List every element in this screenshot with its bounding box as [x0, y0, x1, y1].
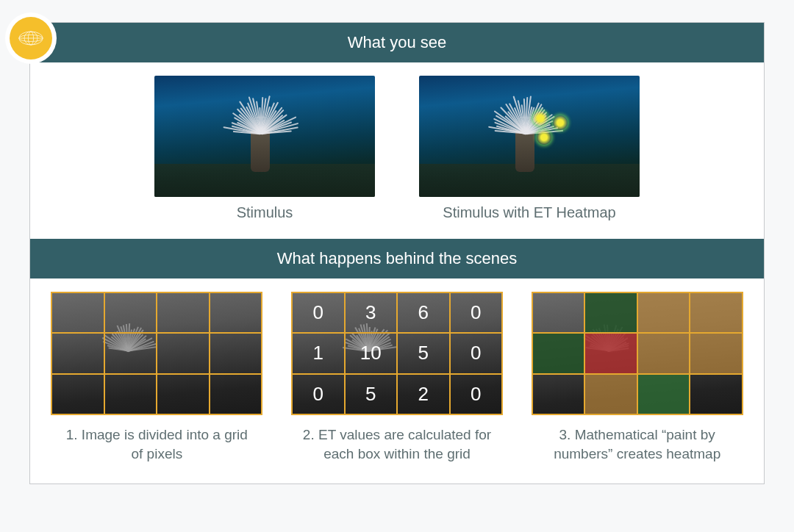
eye-mesh-icon — [18, 30, 44, 46]
stimulus-column: Stimulus — [154, 76, 375, 221]
header-bottom: What happens behind the scenes — [30, 239, 764, 278]
cell-value: 0 — [313, 383, 323, 406]
bottom-row: 1. Image is divided into a grid of pixel… — [30, 278, 764, 484]
stimulus-image — [154, 76, 375, 197]
cell-value: 10 — [360, 342, 382, 364]
grid-heatmap-image — [532, 292, 743, 415]
heatmap-caption: Stimulus with ET Heatmap — [419, 204, 640, 221]
cell-value: 0 — [471, 383, 481, 406]
step1-caption: 1. Image is divided into a grid of pixel… — [61, 425, 252, 463]
step-3: 3. Mathematical “paint by numbers” creat… — [523, 292, 751, 463]
cell-value: 1 — [313, 342, 323, 364]
logo-badge — [10, 17, 52, 60]
step3-caption: 3. Mathematical “paint by numbers” creat… — [542, 425, 733, 463]
cell-value: 5 — [365, 383, 376, 406]
diagram-card: What you see Stimulus — [29, 22, 765, 484]
cell-value: 6 — [418, 301, 429, 324]
stimulus-heatmap-image — [419, 76, 640, 197]
step-2: 0 3 6 0 1 10 5 0 0 5 2 0 2. ET values ar… — [284, 292, 511, 463]
cell-value: 0 — [471, 342, 481, 364]
cell-value: 3 — [365, 301, 376, 324]
header-top: What you see — [30, 23, 764, 62]
stimulus-caption: Stimulus — [154, 204, 375, 221]
top-row: Stimulus Stimulus with ET Heatmap — [30, 62, 764, 239]
cell-value: 0 — [471, 301, 481, 324]
grid-values-image: 0 3 6 0 1 10 5 0 0 5 2 0 — [291, 292, 503, 415]
step2-caption: 2. ET values are calculated for each box… — [301, 425, 493, 463]
cell-value: 5 — [418, 342, 429, 364]
grid-divided-image — [51, 292, 262, 415]
heatmap-column: Stimulus with ET Heatmap — [419, 76, 640, 221]
cell-value: 2 — [418, 383, 429, 406]
step-1: 1. Image is divided into a grid of pixel… — [43, 292, 271, 463]
cell-value: 0 — [313, 301, 323, 324]
